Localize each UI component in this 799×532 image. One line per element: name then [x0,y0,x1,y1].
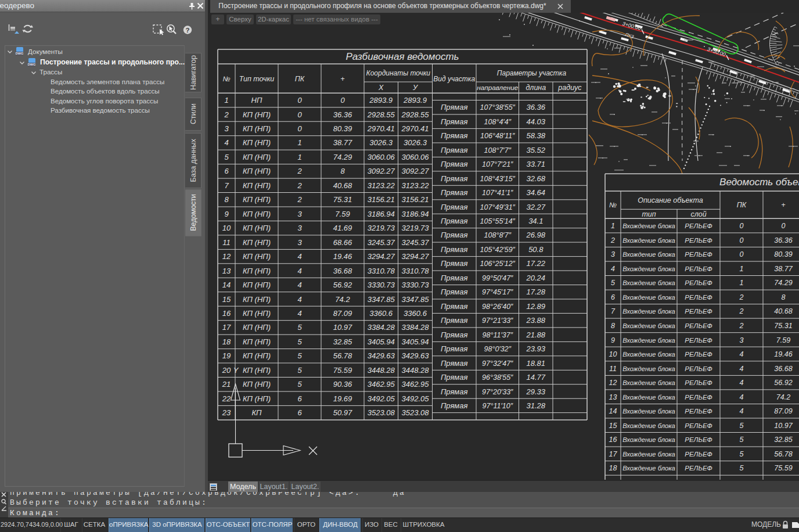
svg-text:108°4′4″: 108°4′4″ [484,118,512,126]
svg-text:108°43′15″: 108°43′15″ [480,175,516,183]
svg-text:87.09: 87.09 [774,407,792,415]
svg-text:1: 1 [297,153,301,161]
svg-text:4: 4 [740,379,744,387]
svg-text:36.36: 36.36 [333,110,352,119]
svg-text:Вхождение блока: Вхождение блока [622,436,675,443]
svg-text:КП (НП): КП (НП) [243,366,271,375]
svg-text:Прямая: Прямая [441,302,468,311]
svg-text:КП (НП): КП (НП) [243,394,271,403]
svg-text:РЕЛЬЕФ: РЕЛЬЕФ [685,408,712,415]
svg-text:2970.41: 2970.41 [401,124,429,133]
svg-text:107°38′55″: 107°38′55″ [480,103,516,112]
svg-text:7.59: 7.59 [335,210,350,218]
svg-text:68.66: 68.66 [333,238,352,247]
svg-text:Прямая: Прямая [441,259,468,268]
svg-text:17: 17 [222,323,231,332]
svg-text:32.68: 32.68 [527,174,546,183]
svg-text:98°26′40″: 98°26′40″ [482,303,513,311]
svg-text:22: 22 [222,394,231,403]
svg-text:Ведомость объектов: Ведомость объектов [719,177,799,188]
svg-text:38.77: 38.77 [774,265,793,273]
svg-text:Прямая: Прямая [441,373,468,382]
svg-text:4: 4 [297,281,301,289]
svg-text:36.36: 36.36 [527,103,546,112]
svg-text:11: 11 [609,365,617,373]
svg-text:2: 2 [739,307,744,315]
svg-text:3219.73: 3219.73 [402,224,430,232]
svg-text:3186.94: 3186.94 [402,210,429,218]
svg-text:2970.41: 2970.41 [367,124,395,133]
svg-text:0: 0 [740,236,744,245]
svg-text:Вхождение блока: Вхождение блока [622,394,675,401]
svg-text:Вхождение блока: Вхождение блока [622,251,675,258]
svg-text:Вхождение блока: Вхождение блока [622,351,675,358]
svg-text:12: 12 [222,252,231,261]
svg-text:34.1: 34.1 [528,217,543,225]
svg-text:РЕЛЬЕФ: РЕЛЬЕФ [685,265,712,272]
svg-text:3+00.00: 3+00.00 [622,21,642,31]
svg-text:Прямая: Прямая [441,188,468,197]
svg-text:Вхождение блока: Вхождение блока [622,408,675,415]
svg-text:3123.22: 3123.22 [402,181,430,190]
svg-text:КП: КП [251,408,262,417]
svg-text:19: 19 [222,351,231,360]
svg-text:Прямая: Прямая [441,274,468,282]
svg-text:Прямая: Прямая [441,387,468,396]
svg-text:РЕЛЬЕФ: РЕЛЬЕФ [685,465,712,472]
svg-text:Прямая: Прямая [441,146,468,154]
svg-text:3156.21: 3156.21 [402,195,429,204]
svg-text:56.92: 56.92 [333,281,352,289]
svg-text:слой: слой [690,210,706,218]
svg-text:4: 4 [740,365,744,373]
svg-text:14: 14 [609,407,617,415]
svg-text:1: 1 [740,265,744,273]
svg-text:1: 1 [611,222,615,230]
svg-text:26.98: 26.98 [526,231,546,239]
svg-text:5: 5 [297,323,302,332]
svg-text:КП (НП): КП (НП) [243,138,271,147]
svg-text:5: 5 [740,450,744,458]
svg-text:КП (НП): КП (НП) [243,195,271,204]
svg-text:3060.06: 3060.06 [368,153,395,161]
svg-text:5: 5 [297,366,302,375]
svg-text:НП: НП [251,96,262,105]
svg-text:4: 4 [297,252,301,261]
svg-text:3026.3: 3026.3 [404,138,427,147]
svg-text:106°48′11″: 106°48′11″ [480,132,515,140]
svg-text:3: 3 [297,210,302,218]
svg-text:14.77: 14.77 [527,373,546,382]
svg-text:Прямая: Прямая [441,359,468,368]
svg-text:2: 2 [739,322,744,330]
svg-text:97°21′33″: 97°21′33″ [482,317,513,325]
svg-text:50.97: 50.97 [333,408,352,417]
svg-text:3429.63: 3429.63 [402,351,430,360]
svg-text:75.59: 75.59 [333,366,352,375]
svg-text:8: 8 [611,322,615,330]
svg-text:Прямая: Прямая [441,316,468,325]
svg-text:ПК: ПК [737,201,747,209]
svg-text:РЕЛЬЕФ: РЕЛЬЕФ [685,394,712,401]
svg-text:РЕЛЬЕФ: РЕЛЬЕФ [685,379,712,386]
svg-text:80.39: 80.39 [333,124,352,133]
svg-text:Прямая: Прямая [441,330,468,339]
svg-text:2: 2 [297,181,302,190]
svg-text:34.64: 34.64 [527,188,546,197]
svg-text:5: 5 [740,464,744,472]
svg-text:17.22: 17.22 [527,259,546,268]
svg-text:0: 0 [297,124,302,133]
svg-text:4: 4 [611,265,615,273]
svg-text:44.03: 44.03 [527,117,546,126]
svg-text:2893.9: 2893.9 [369,96,393,105]
svg-text:3156.21: 3156.21 [368,195,395,204]
svg-text:3310.78: 3310.78 [402,267,430,275]
svg-text:3092.27: 3092.27 [368,167,395,175]
svg-text:КП (НП): КП (НП) [243,323,271,332]
svg-text:17: 17 [609,450,618,458]
svg-text:Прямая: Прямая [441,103,468,112]
svg-text:21.88: 21.88 [526,330,546,339]
svg-text:14: 14 [222,281,231,289]
svg-text:4: 4 [740,407,744,415]
svg-text:98°0′32″: 98°0′32″ [484,345,512,353]
svg-text:0: 0 [297,110,302,119]
svg-text:23.88: 23.88 [526,316,546,325]
